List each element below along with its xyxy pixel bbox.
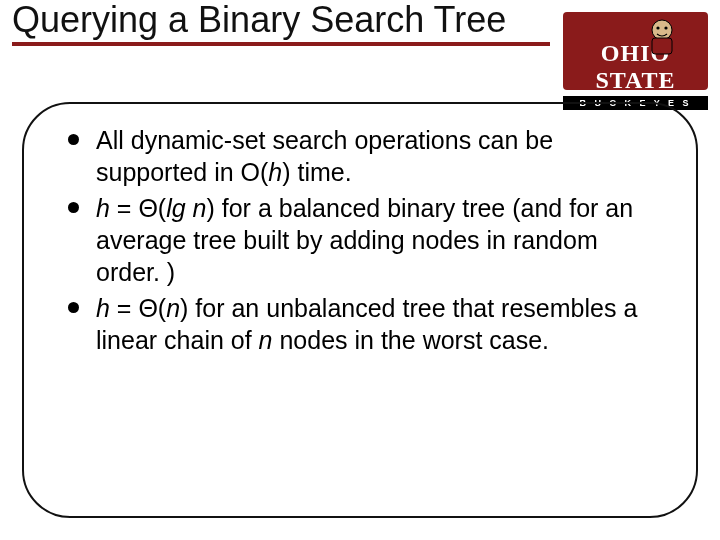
svg-rect-1 bbox=[652, 38, 672, 54]
logo-name: OHIO STATE bbox=[563, 40, 708, 94]
text-italic: h bbox=[96, 294, 110, 322]
text-italic: lg n bbox=[166, 194, 206, 222]
text-italic: n bbox=[259, 326, 273, 354]
svg-point-0 bbox=[652, 20, 672, 40]
text: nodes in the worst case. bbox=[273, 326, 550, 354]
text: ) time. bbox=[282, 158, 351, 186]
text-italic: h bbox=[268, 158, 282, 186]
ohio-state-logo: OHIO STATE B U C K E Y E S bbox=[563, 12, 708, 90]
text-italic: h bbox=[96, 194, 110, 222]
svg-point-3 bbox=[664, 26, 667, 29]
brutus-icon bbox=[640, 16, 684, 60]
text: = Θ( bbox=[110, 194, 166, 222]
slide-title: Querying a Binary Search Tree bbox=[12, 0, 550, 40]
svg-point-2 bbox=[656, 26, 659, 29]
bullet-list: All dynamic-set search operations can be… bbox=[68, 124, 662, 356]
content-card: All dynamic-set search operations can be… bbox=[22, 102, 698, 518]
text: = Θ( bbox=[110, 294, 166, 322]
bullet-3: h = Θ(n) for an unbalanced tree that res… bbox=[68, 292, 662, 356]
bullet-2: h = Θ(lg n) for a balanced binary tree (… bbox=[68, 192, 662, 288]
text-italic: n bbox=[166, 294, 180, 322]
title-block: Querying a Binary Search Tree bbox=[12, 0, 550, 46]
bullet-1: All dynamic-set search operations can be… bbox=[68, 124, 662, 188]
